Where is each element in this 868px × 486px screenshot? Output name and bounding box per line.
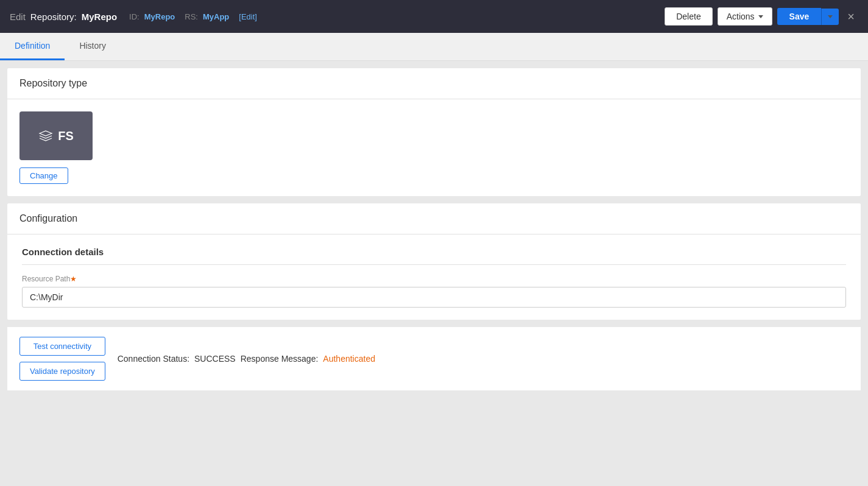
save-chevron-icon	[828, 15, 833, 18]
rs-value: MyApp	[203, 12, 229, 21]
repo-type-header: Repository type	[7, 68, 861, 99]
bottom-bar: Test connectivity Validate repository Co…	[7, 327, 861, 390]
configuration-section: Configuration Connection details Resourc…	[7, 203, 861, 320]
connection-details: Connection details Resource Path★	[7, 234, 861, 320]
repo-type-icon: FS	[19, 111, 93, 160]
repo-label: Repository:	[30, 12, 77, 22]
connection-status: Connection Status: SUCCESS Response Mess…	[118, 354, 375, 364]
rs-label: RS:	[185, 12, 198, 21]
connection-details-title: Connection details	[22, 247, 846, 265]
repo-type-body: FS Change	[7, 99, 861, 196]
fs-layers-icon	[38, 130, 53, 142]
change-button[interactable]: Change	[19, 167, 68, 184]
edit-bracket: [Edit]	[239, 12, 257, 21]
chevron-down-icon	[758, 15, 763, 18]
test-connectivity-button[interactable]: Test connectivity	[19, 337, 105, 356]
header-left: Edit Repository: MyRepo ID: MyRepo RS: M…	[10, 12, 257, 22]
config-header: Configuration	[7, 203, 861, 234]
resource-path-label: Resource Path★	[22, 275, 846, 283]
actions-label: Actions	[727, 12, 755, 21]
save-button[interactable]: Save	[777, 8, 822, 25]
response-message-value: Authenticated	[323, 354, 375, 364]
tab-definition[interactable]: Definition	[0, 33, 65, 60]
save-dropdown-button[interactable]	[821, 9, 839, 25]
validate-repository-button[interactable]: Validate repository	[19, 362, 105, 381]
resource-path-input[interactable]	[22, 287, 846, 308]
content: Repository type FS Change Configuration …	[0, 61, 868, 486]
conn-status-value: SUCCESS	[194, 354, 236, 364]
id-value: MyRepo	[144, 12, 175, 21]
fs-label: FS	[58, 129, 74, 143]
tabs: Definition History	[0, 33, 868, 61]
id-label: ID:	[129, 12, 139, 21]
tab-history[interactable]: History	[65, 33, 121, 60]
repository-type-section: Repository type FS Change	[7, 68, 861, 196]
close-button[interactable]: ×	[844, 10, 858, 24]
header: Edit Repository: MyRepo ID: MyRepo RS: M…	[0, 0, 868, 33]
repo-name: MyRepo	[82, 12, 117, 22]
delete-button[interactable]: Delete	[665, 7, 712, 26]
bottom-actions: Test connectivity Validate repository	[19, 337, 105, 381]
actions-button[interactable]: Actions	[718, 7, 772, 26]
required-star: ★	[70, 275, 77, 283]
response-message-label: Response Message:	[241, 354, 319, 364]
save-group: Save	[777, 8, 839, 25]
conn-status-label: Connection Status:	[118, 354, 189, 364]
edit-label: Edit	[10, 12, 26, 22]
header-right: Delete Actions Save ×	[665, 7, 858, 26]
